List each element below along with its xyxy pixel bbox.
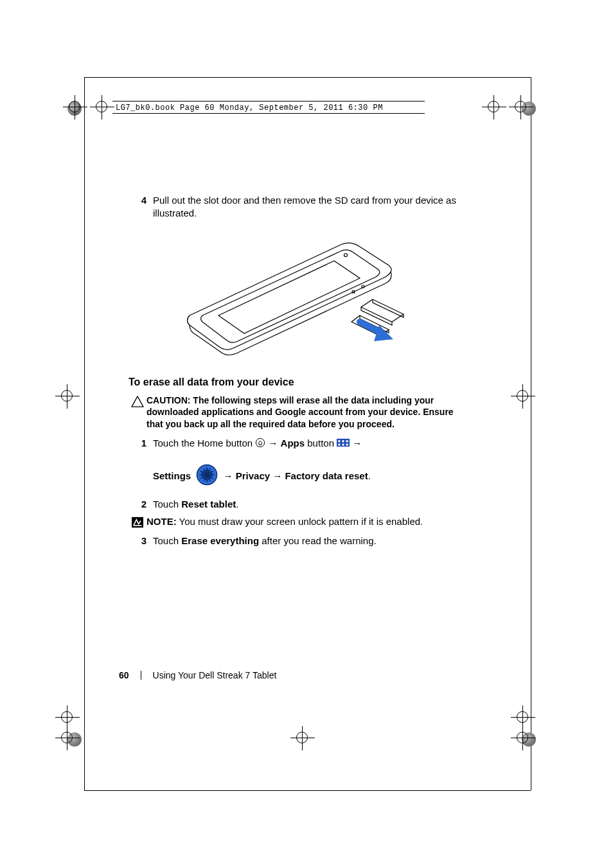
factory-reset-label: Factory data reset [285,470,368,481]
svg-rect-8 [338,443,340,445]
arrow-text: → [272,470,282,481]
page: LG7_bk0.book Page 60 Monday, September 5… [0,0,613,868]
footer-separator [141,671,141,680]
period: . [368,470,371,481]
caution-callout: CAUTION: The following steps will erase … [129,394,456,431]
erase-everything-label: Erase everything [181,535,259,546]
header-rule [112,113,425,114]
svg-point-3 [256,438,265,447]
note-label: NOTE: [147,516,177,527]
text-fragment: after you read the warning. [259,535,377,546]
home-icon [255,438,265,451]
svg-rect-7 [346,440,348,442]
page-number: 60 [119,670,129,680]
step-2: 2 Touch Reset tablet. [129,498,456,511]
caution-body: CAUTION: The following steps will erase … [147,394,456,431]
crop-line-top [84,77,531,78]
caution-text: The following steps will erase all the d… [147,395,454,430]
register-mark-icon [90,95,114,120]
step-text: Touch Erase everything after you read th… [153,535,456,547]
header-stamp: LG7_bk0.book Page 60 Monday, September 5… [116,103,383,112]
step-1: 1 Touch the Home button → Apps button → … [129,437,456,489]
reset-tablet-label: Reset tablet [181,499,236,509]
text-fragment: button [307,438,337,448]
step-4: 4 Pull out the slot door and then remove… [129,194,456,220]
step-text: Touch Reset tablet. [153,498,456,511]
note-callout: NOTE: You must draw your screen unlock p… [129,515,456,528]
privacy-label: Privacy [236,470,270,481]
text-fragment: . [236,499,238,509]
step-text: Touch the Home button → Apps button → Se… [153,437,456,489]
header-rule [112,101,425,102]
arrow-text: → [352,438,362,448]
svg-rect-6 [342,440,344,442]
text-fragment: Touch the Home button [153,438,255,448]
svg-rect-9 [342,443,344,445]
tablet-sdcard-illustration [167,226,418,364]
arrow-text: → [224,470,233,481]
note-body: NOTE: You must draw your screen unlock p… [147,515,456,528]
register-mark-icon [511,726,535,750]
crop-line-right [531,77,531,790]
register-mark-icon [55,726,80,750]
register-mark-icon [482,95,506,120]
crop-line-left [84,77,85,790]
caution-label: CAUTION: [147,395,190,405]
page-footer: 60 Using Your Dell Streak 7 Tablet [119,670,447,680]
settings-label: Settings [153,470,191,481]
svg-rect-10 [346,443,348,445]
step-number: 1 [129,437,153,489]
step-number: 4 [129,194,153,220]
svg-point-0 [344,253,348,256]
register-mark-icon [511,384,535,409]
apps-label: Apps [281,438,305,448]
register-mark-icon [509,95,533,120]
svg-rect-5 [338,440,340,442]
note-icon [129,515,147,528]
section-heading: To erase all data from your device [129,376,456,388]
content-block: 4 Pull out the slot door and then remove… [129,191,456,550]
chapter-title: Using Your Dell Streak 7 Tablet [153,670,277,680]
crop-line-bottom [84,790,531,791]
text-fragment: Touch [153,499,181,509]
step-number: 2 [129,498,153,511]
text-fragment: Touch [153,535,181,546]
apps-grid-icon [337,438,350,451]
register-mark-icon [290,726,315,750]
step-number: 3 [129,535,153,547]
step-3: 3 Touch Erase everything after you read … [129,535,456,547]
note-text: You must draw your screen unlock pattern… [179,516,423,527]
register-mark-icon [55,384,80,409]
caution-icon [129,394,147,431]
arrow-text: → [268,438,278,448]
register-mark-icon [63,95,87,120]
settings-icon [196,464,218,489]
step-text: Pull out the slot door and then remove t… [153,194,456,220]
